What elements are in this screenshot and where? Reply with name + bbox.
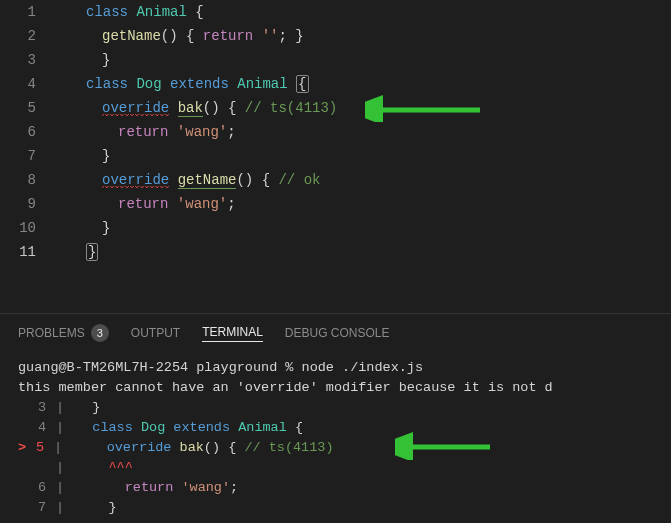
terminal-snippet-caret: | ^^^ xyxy=(18,458,653,478)
code-line[interactable]: 9 return 'wang'; xyxy=(0,192,671,216)
editor-pane[interactable]: 1 class Animal { 2 getName() { return ''… xyxy=(0,0,671,313)
terminal-snippet-line: 7| } xyxy=(18,498,653,518)
tab-label: TERMINAL xyxy=(202,325,263,339)
code-content: return 'wang'; xyxy=(54,192,236,216)
code-content: class Animal { xyxy=(54,0,204,24)
line-number: 8 xyxy=(0,168,54,192)
code-line[interactable]: 3 } xyxy=(0,48,671,72)
line-number: 4 xyxy=(0,72,54,96)
terminal-snippet-line: 6| return 'wang'; xyxy=(18,478,653,498)
terminal-snippet-line: 3| } xyxy=(18,398,653,418)
tab-output[interactable]: OUTPUT xyxy=(131,326,180,340)
line-number: 11 xyxy=(0,240,54,264)
code-content: } xyxy=(54,240,98,264)
code-line[interactable]: 2 getName() { return ''; } xyxy=(0,24,671,48)
terminal-snippet-line: 4| class Dog extends Animal { xyxy=(18,418,653,438)
code-line[interactable]: 10 } xyxy=(0,216,671,240)
problems-count-badge: 3 xyxy=(91,324,109,342)
tab-debug-console[interactable]: DEBUG CONSOLE xyxy=(285,326,390,340)
code-content: return 'wang'; xyxy=(54,120,236,144)
code-content: } xyxy=(54,48,110,72)
line-number: 9 xyxy=(0,192,54,216)
code-line[interactable]: 11 } xyxy=(0,240,671,264)
tab-label: DEBUG CONSOLE xyxy=(285,326,390,340)
code-content: } xyxy=(54,144,110,168)
line-number: 2 xyxy=(0,24,54,48)
line-number: 5 xyxy=(0,96,54,120)
tab-label: OUTPUT xyxy=(131,326,180,340)
tab-terminal[interactable]: TERMINAL xyxy=(202,325,263,342)
panel-tabs: PROBLEMS 3 OUTPUT TERMINAL DEBUG CONSOLE xyxy=(0,313,671,352)
code-content: } xyxy=(54,216,110,240)
code-line[interactable]: 4 class Dog extends Animal { xyxy=(0,72,671,96)
line-number: 7 xyxy=(0,144,54,168)
tab-problems[interactable]: PROBLEMS 3 xyxy=(18,324,109,342)
code-content: override bak() { // ts(4113) xyxy=(54,96,337,120)
terminal-prompt: guang@B-TM26ML7H-2254 playground % node … xyxy=(18,358,653,378)
code-line[interactable]: 5 override bak() { // ts(4113) xyxy=(0,96,671,120)
code-line[interactable]: 8 override getName() { // ok xyxy=(0,168,671,192)
code-line[interactable]: 6 return 'wang'; xyxy=(0,120,671,144)
terminal-pane[interactable]: guang@B-TM26ML7H-2254 playground % node … xyxy=(0,352,671,523)
line-number: 1 xyxy=(0,0,54,24)
tab-label: PROBLEMS xyxy=(18,326,85,340)
terminal-snippet-line-error: >5| override bak() { // ts(4113) xyxy=(18,438,653,458)
line-number: 6 xyxy=(0,120,54,144)
line-number: 3 xyxy=(0,48,54,72)
terminal-error-msg: this member cannot have an 'override' mo… xyxy=(18,378,653,398)
code-line[interactable]: 1 class Animal { xyxy=(0,0,671,24)
code-line[interactable]: 7 } xyxy=(0,144,671,168)
line-number: 10 xyxy=(0,216,54,240)
code-content: class Dog extends Animal { xyxy=(54,72,309,96)
code-content: override getName() { // ok xyxy=(54,168,320,192)
code-content: getName() { return ''; } xyxy=(54,24,304,48)
